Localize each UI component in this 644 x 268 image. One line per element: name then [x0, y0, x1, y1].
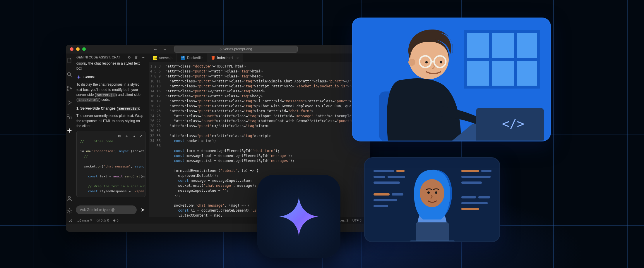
svg-rect-38 [388, 176, 405, 178]
search-text: vertex-prompt-eng [223, 47, 252, 51]
tab-label: server.js [159, 56, 172, 60]
svg-point-26 [408, 59, 415, 66]
svg-text:JS: JS [154, 57, 157, 60]
svg-rect-40 [374, 193, 390, 196]
svg-point-31 [440, 61, 442, 63]
settings-gear-icon[interactable] [66, 207, 73, 214]
expand-icon[interactable]: ⤢ [139, 133, 143, 139]
diff-icon[interactable]: ⇢ [133, 133, 135, 139]
illustration-developer-glasses: </> [352, 18, 551, 141]
refresh-icon[interactable]: ⟲ [127, 55, 131, 60]
nav-back-button[interactable]: ← [153, 47, 157, 52]
extensions-icon[interactable] [66, 113, 73, 120]
assistant-response-heading: 1. Server-Side Changes (server.js): [76, 106, 145, 111]
svg-point-2 [67, 89, 68, 91]
command-center[interactable]: ⌕ vertex-prompt-eng [174, 46, 298, 53]
js-file-icon: JS [153, 56, 157, 60]
illustration-developer-hijab [364, 157, 500, 242]
ask-gemini-input[interactable]: Ask Gemini or type '@' [76, 205, 137, 214]
gemini-logo-card [257, 175, 340, 258]
svg-point-9 [68, 210, 70, 212]
svg-rect-19 [492, 33, 514, 58]
svg-rect-50 [461, 202, 488, 204]
code-suggestion-block: ⧉ ＋ ⇢ ⤢ // ... other code io.on('connect… [76, 131, 145, 197]
svg-rect-13 [181, 57, 182, 58]
ports-indicator[interactable]: ⊕ 0 [113, 219, 118, 222]
insert-icon[interactable]: ＋ [125, 133, 129, 139]
nav-forward-button[interactable]: → [163, 47, 167, 52]
svg-point-3 [70, 88, 71, 89]
svg-rect-20 [517, 33, 537, 58]
tab-server-js[interactable]: JS server.js [149, 53, 177, 62]
close-tab-icon[interactable]: × [237, 56, 239, 60]
svg-rect-6 [70, 117, 72, 119]
tab-label: Dockerfile [187, 56, 203, 60]
svg-point-54 [435, 191, 437, 194]
assistant-name: Gemini [83, 75, 95, 80]
svg-rect-39 [374, 181, 400, 184]
svg-rect-55 [416, 222, 449, 241]
svg-point-1 [67, 86, 68, 87]
status-encoding[interactable]: UTF-8 [352, 219, 362, 222]
gemini-sparkle-icon[interactable] [66, 127, 73, 134]
svg-rect-49 [478, 196, 490, 198]
svg-rect-4 [67, 114, 69, 116]
svg-text:</>: </> [502, 117, 524, 131]
svg-rect-22 [492, 61, 514, 86]
search-activity-icon[interactable] [66, 71, 73, 78]
svg-rect-51 [461, 208, 479, 210]
titlebar: ← → ⌕ vertex-prompt-eng [66, 45, 370, 53]
close-window-button[interactable] [70, 47, 73, 51]
svg-rect-21 [467, 61, 489, 86]
svg-rect-56 [410, 241, 455, 241]
assistant-header: Gemini [76, 75, 145, 80]
gemini-star-icon [76, 75, 81, 79]
svg-rect-42 [374, 199, 397, 201]
svg-rect-23 [517, 61, 537, 86]
svg-rect-43 [374, 205, 388, 207]
line-number-gutter: 1 2 3 4 5 6 7 8 9 10 11 12 13 14 15 16 1… [149, 62, 164, 217]
user-prompt-truncated: display the chat response in a styled te… [76, 61, 145, 71]
svg-point-30 [425, 61, 428, 63]
assistant-response-p2: The server currently sends plain text. W… [76, 113, 145, 129]
editor-tabs: JS server.js Dockerfile index.html × [149, 53, 370, 62]
search-icon: ⌕ [220, 47, 222, 51]
svg-rect-5 [67, 117, 69, 119]
copy-icon[interactable]: ⧉ [118, 133, 121, 139]
svg-rect-44 [461, 170, 479, 172]
svg-rect-37 [374, 176, 385, 178]
ask-placeholder: Ask Gemini or type '@' [80, 208, 115, 212]
svg-rect-15 [183, 56, 184, 57]
snippet-code: // ... other code io.on('connection', as… [77, 131, 145, 197]
run-debug-icon[interactable] [66, 99, 73, 106]
gemini-diamond-icon [278, 196, 319, 237]
activity-bar [66, 53, 73, 217]
gemini-chat-panel: GEMINI CODE ASSIST: CHAT ⟲ 🗑 ⋯ display t… [73, 53, 149, 217]
minimize-window-button[interactable] [76, 47, 80, 51]
svg-point-0 [67, 72, 71, 76]
zoom-window-button[interactable] [82, 47, 86, 51]
git-branch[interactable]: ⎇ main ⟳ [77, 219, 93, 222]
problems-indicator[interactable]: ⓧ 0 ⚠ 0 [97, 218, 109, 223]
trash-icon[interactable]: 🗑 [134, 55, 138, 60]
account-icon[interactable] [66, 195, 73, 202]
svg-rect-46 [461, 176, 491, 178]
svg-rect-45 [481, 170, 491, 172]
send-button[interactable]: ➤ [139, 207, 146, 213]
svg-rect-48 [461, 196, 476, 198]
source-control-icon[interactable] [66, 85, 73, 92]
window-controls [70, 47, 86, 51]
svg-point-52 [420, 179, 444, 207]
svg-rect-18 [467, 33, 489, 58]
tab-index-html[interactable]: index.html × [207, 53, 243, 62]
explorer-icon[interactable] [66, 57, 73, 64]
svg-rect-47 [461, 181, 482, 184]
tab-label: index.html [217, 56, 233, 60]
remote-indicator[interactable]: ⎇ [69, 219, 73, 222]
tab-dockerfile[interactable]: Dockerfile [177, 53, 207, 62]
svg-point-8 [68, 196, 70, 198]
panel-title: GEMINI CODE ASSIST: CHAT [76, 56, 120, 59]
svg-rect-41 [392, 193, 403, 196]
more-icon[interactable]: ⋯ [142, 55, 145, 60]
html-file-icon [211, 56, 215, 60]
